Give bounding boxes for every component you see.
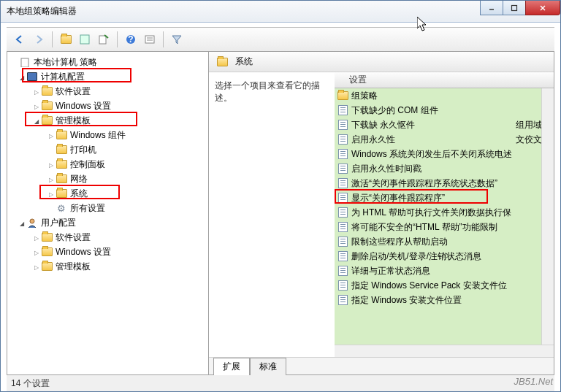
description-text: 选择一个项目来查看它的描述。 xyxy=(215,80,320,103)
tree-allsettings[interactable]: 所有设置 xyxy=(7,201,208,215)
settings-list[interactable]: 设置 组策略 下载缺少的 COM 组件 下载缺 永久怄件组用域资 启用永久性文佼… xyxy=(335,72,554,357)
status-text: 14 个设置 xyxy=(11,377,50,390)
details-header: 系统 xyxy=(209,52,554,72)
gear-icon xyxy=(56,202,67,214)
tree-wincomp[interactable]: Windows 组件 xyxy=(7,128,208,142)
tree-label: 网络 xyxy=(70,173,88,185)
tree-label: Windows 组件 xyxy=(70,129,126,142)
titlebar[interactable]: 本地组策略编辑器 xyxy=(1,1,560,23)
computer-icon xyxy=(27,72,37,81)
tree-uadmin[interactable]: 管理模板 xyxy=(7,259,208,274)
tree-label: 计算机配置 xyxy=(41,71,85,83)
tree-uwindows[interactable]: Windows 设置 xyxy=(7,245,208,259)
tree-network[interactable]: 网络 xyxy=(7,172,208,186)
list-item[interactable]: 详细与正常状态消息 xyxy=(335,264,554,278)
setting-icon xyxy=(338,105,348,115)
setting-icon xyxy=(338,222,348,232)
tree-computer-config[interactable]: 计算机配置 xyxy=(7,69,208,84)
window: 本地组策略编辑器 ? 本地计算机 策略 计算机配置 软件设置 Windows 设… xyxy=(0,0,561,392)
tree-winsettings[interactable]: Windows 设置 xyxy=(7,99,208,113)
list-item[interactable]: 下载缺 永久怄件组用域资 xyxy=(335,118,554,132)
window-controls xyxy=(481,1,560,15)
setting-icon xyxy=(338,280,348,291)
divider xyxy=(163,31,164,47)
list-item[interactable]: 为 HTML 帮助可执行文件关闭数据执行保 xyxy=(335,205,554,220)
svg-rect-8 xyxy=(145,36,154,43)
tab-extended[interactable]: 扩展 xyxy=(213,358,250,375)
properties-button[interactable] xyxy=(76,31,94,48)
setting-icon xyxy=(338,207,348,218)
divider xyxy=(117,31,118,47)
tree-root[interactable]: 本地计算机 策略 xyxy=(7,55,208,69)
setting-icon xyxy=(338,266,348,276)
tab-strip: 扩展 标准 xyxy=(209,357,554,374)
tree-label: 系统 xyxy=(70,188,88,200)
tree-pane[interactable]: 本地计算机 策略 计算机配置 软件设置 Windows 设置 管理模板 Wind… xyxy=(7,52,209,374)
list-item[interactable]: 启用永久性文佼文件 xyxy=(335,132,554,147)
tree-system[interactable]: 系统 xyxy=(7,186,208,201)
forward-button[interactable] xyxy=(30,31,47,48)
tree-software[interactable]: 软件设置 xyxy=(7,84,208,99)
list-item[interactable]: 删除启动/关机/登录/注销状态消息 xyxy=(335,249,554,264)
tree-label: 所有设置 xyxy=(70,202,105,215)
tree-label: 管理模板 xyxy=(56,261,91,273)
folder-icon xyxy=(217,58,228,66)
tree-userconfig[interactable]: 用户配置 xyxy=(7,215,208,230)
folder-icon xyxy=(42,101,53,110)
close-button[interactable] xyxy=(525,1,560,15)
folder-icon xyxy=(56,145,67,154)
list-item[interactable]: 指定 Windows 安装文件位置 xyxy=(335,293,554,307)
list-item[interactable]: 限制这些程序从帮助启动 xyxy=(335,234,554,249)
folder-icon xyxy=(42,233,53,242)
tree-label: 控制面板 xyxy=(70,158,105,171)
export-button[interactable] xyxy=(95,31,112,48)
folder-icon xyxy=(337,91,348,100)
list-item[interactable]: 下载缺少的 COM 组件 xyxy=(335,103,554,118)
tree-ctrlpanel[interactable]: 控制面板 xyxy=(7,157,208,172)
setting-icon xyxy=(338,149,348,159)
back-button[interactable] xyxy=(11,31,28,48)
folder-icon xyxy=(56,174,67,183)
list-item[interactable]: 显示“关闭事件跟踪程序” xyxy=(335,191,554,205)
show-tree-button[interactable] xyxy=(57,31,75,48)
folder-icon xyxy=(61,35,72,44)
tree-usoftware[interactable]: 软件设置 xyxy=(7,230,208,245)
list-item[interactable]: 指定 Windows Service Pack 安装文件位 xyxy=(335,278,554,293)
list-item[interactable]: 激活“关闭事件跟踪程序系统状态数据” xyxy=(335,176,554,191)
svg-rect-5 xyxy=(99,36,106,44)
list-scroll: 组策略 下载缺少的 COM 组件 下载缺 永久怄件组用域资 启用永久性文佼文件 … xyxy=(335,88,554,357)
options-button[interactable] xyxy=(141,31,159,48)
folder-icon xyxy=(42,247,53,256)
horizontal-scrollbar[interactable] xyxy=(335,345,554,357)
help-button[interactable]: ? xyxy=(122,31,140,48)
tree-label: 软件设置 xyxy=(56,85,91,98)
maximize-button[interactable] xyxy=(503,1,526,15)
divider xyxy=(52,31,53,47)
setting-icon xyxy=(338,164,348,174)
list-item[interactable]: 启用永久性时间戳 xyxy=(335,161,554,176)
folder-icon xyxy=(42,262,53,271)
tree-admin[interactable]: 管理模板 xyxy=(7,113,208,128)
column-header-setting[interactable]: 设置 xyxy=(335,72,554,88)
statusbar: 14 个设置 xyxy=(7,375,554,391)
description-pane: 选择一个项目来查看它的描述。 xyxy=(209,72,335,357)
tree-label: 软件设置 xyxy=(56,231,91,244)
svg-point-12 xyxy=(30,219,34,223)
toolbar: ? xyxy=(7,27,554,52)
tab-standard[interactable]: 标准 xyxy=(250,358,286,375)
setting-icon xyxy=(338,251,348,261)
minimize-button[interactable] xyxy=(480,1,503,15)
setting-icon xyxy=(338,178,348,188)
filter-button[interactable] xyxy=(168,31,186,48)
tree-label: 本地计算机 策略 xyxy=(34,56,97,69)
setting-icon xyxy=(338,295,348,305)
list-item[interactable]: 将可能不安全的“HTML 帮助”功能限制 xyxy=(335,220,554,234)
folder-icon xyxy=(42,116,53,125)
svg-text:?: ? xyxy=(128,34,133,45)
list-item[interactable]: Windows 系统关闭发生后不关闭系统电述 xyxy=(335,147,554,161)
vertical-scrollbar[interactable] xyxy=(541,88,554,345)
folder-icon xyxy=(56,131,67,139)
tree-printers[interactable]: 打印机 xyxy=(7,142,208,157)
details-title: 系统 xyxy=(235,55,253,68)
list-item[interactable]: 组策略 xyxy=(335,88,554,103)
